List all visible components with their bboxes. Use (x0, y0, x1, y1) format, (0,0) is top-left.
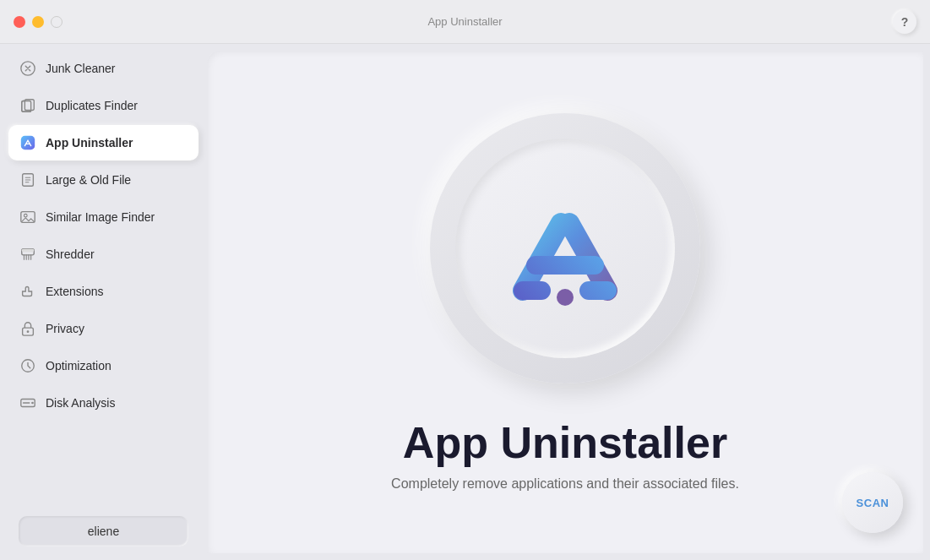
sidebar-label-optimization: Optimization (46, 359, 111, 372)
sidebar-item-similar-image-finder[interactable]: Similar Image Finder (8, 199, 199, 235)
icon-circle-outer (430, 113, 700, 383)
privacy-icon (19, 319, 37, 338)
shredder-icon (19, 245, 37, 264)
sidebar-item-app-uninstaller[interactable]: App Uninstaller (8, 125, 199, 160)
sidebar-item-disk-analysis[interactable]: Disk Analysis (8, 385, 199, 421)
sidebar-label-app-uninstaller: App Uninstaller (46, 136, 133, 150)
main-subtitle: Completely remove applications and their… (391, 476, 739, 492)
main-title: App Uninstaller (403, 417, 727, 468)
svg-rect-9 (22, 249, 35, 253)
app-name-label: App Uninstaller (427, 15, 502, 28)
duplicates-icon (19, 96, 37, 115)
sidebar-label-similar-image-finder: Similar Image Finder (46, 210, 155, 224)
sidebar-item-privacy[interactable]: Privacy (8, 311, 199, 346)
close-button[interactable] (14, 16, 25, 28)
large-file-icon (19, 171, 37, 189)
svg-point-7 (24, 214, 27, 217)
svg-rect-4 (21, 136, 35, 150)
sidebar-item-junk-cleaner[interactable]: Junk Cleaner (8, 51, 199, 86)
svg-point-14 (31, 402, 34, 405)
sidebar-label-privacy: Privacy (46, 322, 84, 335)
icon-circle-inner (455, 139, 675, 358)
junk-icon (19, 59, 37, 78)
sidebar-label-extensions: Extensions (46, 285, 103, 298)
sidebar-footer: eliene (8, 509, 199, 553)
user-button[interactable]: eliene (19, 516, 188, 546)
scan-button[interactable]: SCAN (842, 472, 903, 533)
extensions-icon (19, 282, 37, 301)
svg-point-15 (557, 289, 574, 306)
sidebar-item-duplicates-finder[interactable]: Duplicates Finder (8, 88, 199, 123)
scan-button-container: SCAN (842, 472, 903, 533)
main-content: App Uninstaller Completely remove applic… (207, 51, 923, 553)
help-button[interactable]: ? (893, 10, 916, 34)
traffic-lights (14, 16, 63, 28)
sidebar-item-extensions[interactable]: Extensions (8, 274, 199, 309)
image-icon (19, 208, 37, 226)
sidebar-label-duplicates-finder: Duplicates Finder (46, 99, 138, 112)
titlebar: App Uninstaller ? (0, 0, 930, 44)
sidebar-label-junk-cleaner: Junk Cleaner (46, 62, 116, 75)
app-uninstaller-icon (19, 133, 37, 152)
sidebar-item-large-old-file[interactable]: Large & Old File (8, 162, 199, 198)
sidebar-item-optimization[interactable]: Optimization (8, 348, 199, 383)
sidebar-label-large-old-file: Large & Old File (46, 173, 131, 187)
sidebar-label-disk-analysis: Disk Analysis (46, 396, 115, 410)
sidebar-item-shredder[interactable]: Shredder (8, 237, 199, 272)
svg-point-11 (27, 330, 30, 333)
disk-icon (19, 394, 37, 412)
maximize-button[interactable] (51, 16, 63, 28)
sidebar-label-shredder: Shredder (46, 247, 95, 261)
minimize-button[interactable] (32, 16, 44, 28)
optimization-icon (19, 356, 37, 375)
main-layout: Junk Cleaner Duplicates Finder (0, 44, 930, 560)
app-uninstaller-main-icon (498, 181, 633, 316)
sidebar: Junk Cleaner Duplicates Finder (0, 44, 207, 560)
